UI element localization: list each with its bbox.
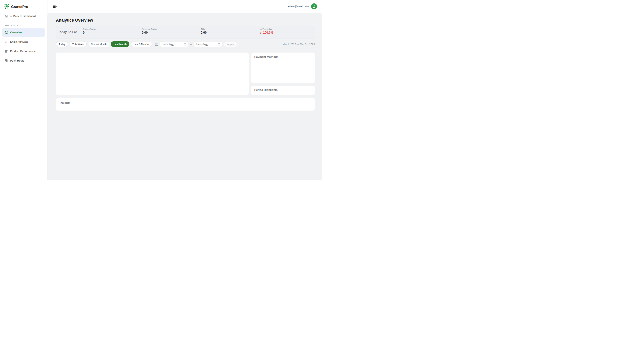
today-cell-label: AOV — [201, 28, 256, 30]
date-picker-icon[interactable] — [218, 43, 220, 46]
sidebar-item-label: Product Performance — [10, 50, 36, 53]
today-cell-aov: AOV 0.00 — [197, 26, 256, 38]
back-to-dashboard-label: ← Back to Dashboard — [10, 15, 36, 18]
today-so-far-strip: Today So Far Orders Today 0Revenue Today… — [56, 26, 315, 39]
preset-today[interactable]: Today — [56, 41, 68, 47]
sidebar-section-label: ANALYTICS — [0, 24, 47, 28]
today-cell-label: Orders Today — [83, 28, 138, 30]
sidebar-item-peak-hours[interactable]: Peak Hours — [2, 57, 46, 65]
sidebar-item-label: Peak Hours — [10, 59, 24, 62]
bars-icon — [4, 40, 8, 44]
sidebar-item-label: Sales Analysis — [10, 40, 28, 43]
date-picker-icon[interactable] — [184, 43, 186, 46]
account-area: admin@crusti.com — [288, 4, 317, 10]
insights-title: Insights — [60, 101, 311, 104]
today-cell-label: vs Yesterday — [260, 28, 315, 30]
sidebar-item-product-performance[interactable]: Product Performance — [2, 47, 46, 55]
account-email: admin@crusti.com — [288, 5, 309, 8]
app-window: GranetPro ← Back to Dashboard ANALYTICS … — [0, 0, 322, 180]
preset-last-3-months[interactable]: Last 3 Months — [131, 41, 152, 47]
today-cell-revenue-today: Revenue Today 0.00 — [138, 26, 197, 38]
payment-methods-donut-chart — [254, 61, 274, 81]
start-date-input[interactable]: dd/mm/yyyy — [160, 41, 188, 47]
date-range-separator: — — [190, 43, 192, 46]
selected-range-label: Mar 1, 2026 — Mar 31, 2026 — [282, 43, 315, 46]
right-column: Payment Methods Period Highlights — [251, 53, 315, 95]
main-area: admin@crusti.com Analytics Overview Toda… — [48, 0, 322, 180]
topbar: admin@crusti.com — [48, 0, 322, 13]
dashboard-icon — [4, 31, 8, 34]
preset-last-month[interactable]: Last Month — [111, 41, 130, 47]
apply-button[interactable]: Apply — [224, 41, 237, 47]
end-date-placeholder: dd/mm/yyyy — [196, 43, 208, 46]
collapse-sidebar-button[interactable] — [53, 5, 58, 8]
today-cell-label: Revenue Today — [142, 28, 197, 30]
sidebar-nav: Overview Sales Analysis Product Performa… — [0, 28, 47, 65]
today-cell-value: 0.00 — [142, 31, 197, 34]
payment-methods-body — [254, 61, 312, 81]
today-cell-vs-yesterday: vs Yesterday ↓ -100.0% — [256, 26, 315, 38]
end-date-input[interactable]: dd/mm/yyyy — [194, 41, 222, 47]
sidebar: GranetPro ← Back to Dashboard ANALYTICS … — [0, 0, 48, 180]
period-highlights-title: Period Highlights — [254, 88, 312, 91]
today-cell-orders-today: Orders Today 0 — [79, 26, 138, 38]
start-date-placeholder: dd/mm/yyyy — [162, 43, 174, 46]
insights-panel: Insights — [56, 98, 315, 111]
content: Analytics Overview Today So Far Orders T… — [48, 13, 322, 180]
dashboard-grid-icon — [4, 15, 8, 18]
chart-row: Payment Methods Period Highlights — [56, 53, 315, 95]
brand: GranetPro — [0, 3, 47, 12]
preset-buttons: TodayThis WeekCurrent MonthLast MonthLas… — [56, 41, 152, 47]
today-strip-label: Today So Far — [56, 26, 79, 38]
brand-logo-icon — [4, 4, 9, 10]
preset-current-month[interactable]: Current Month — [88, 41, 109, 47]
account-avatar[interactable] — [311, 4, 317, 10]
filter-row: TodayThis WeekCurrent MonthLast MonthLas… — [56, 41, 315, 47]
sidebar-item-label: Overview — [10, 31, 22, 34]
today-cell-value: 0 — [83, 31, 138, 34]
sidebar-item-sales-analysis[interactable]: Sales Analysis — [2, 38, 46, 46]
period-highlights-panel: Period Highlights — [251, 86, 315, 95]
brand-name: GranetPro — [11, 5, 28, 9]
back-to-dashboard-link[interactable]: ← Back to Dashboard — [0, 12, 47, 21]
box-icon — [4, 50, 8, 53]
preset-this-week[interactable]: This Week — [70, 41, 87, 47]
today-cell-value: 0.00 — [201, 31, 256, 34]
timeseries-chart-card — [56, 53, 249, 95]
sidebar-item-overview[interactable]: Overview — [2, 28, 46, 37]
peak-icon — [4, 59, 8, 62]
calendar-icon — [155, 43, 158, 46]
payment-methods-panel: Payment Methods — [251, 53, 315, 83]
today-cell-value: ↓ -100.0% — [260, 31, 315, 34]
page-title: Analytics Overview — [56, 18, 315, 23]
payment-methods-title: Payment Methods — [254, 55, 312, 58]
